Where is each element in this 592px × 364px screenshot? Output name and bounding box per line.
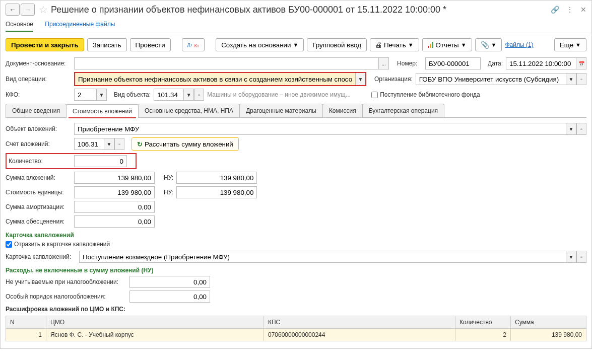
kfo-dropdown[interactable]: ▼	[97, 89, 107, 101]
paperclip-icon: 📎	[481, 41, 489, 49]
acct-input[interactable]	[74, 138, 104, 150]
obj-open[interactable]: ▫	[576, 123, 586, 135]
nu-input[interactable]	[176, 172, 257, 184]
close-icon[interactable]: ✕	[580, 6, 586, 14]
post-close-button[interactable]: Провести и закрыть	[6, 38, 84, 51]
col-cmo[interactable]: ЦМО	[46, 316, 264, 329]
link-icon[interactable]: 🔗	[551, 6, 559, 14]
org-open[interactable]: ▫	[576, 73, 586, 85]
date-label: Дата:	[488, 60, 503, 67]
tab-general[interactable]: Общие сведения	[6, 104, 67, 117]
card-open[interactable]: ▫	[576, 251, 586, 263]
create-based-button[interactable]: Создать на основании ▼	[216, 38, 304, 51]
sum-input[interactable]	[74, 172, 155, 184]
unit-cost-label: Стоимость единицы:	[6, 189, 71, 196]
date-picker-button[interactable]: 📅	[576, 57, 586, 69]
tab-commission[interactable]: Комиссия	[322, 104, 363, 117]
obj-dropdown[interactable]: ▼	[566, 123, 576, 135]
doc-basis-input[interactable]	[74, 57, 379, 69]
kebab-icon[interactable]: ⋮	[566, 6, 573, 14]
op-type-input[interactable]	[75, 73, 355, 85]
refresh-icon: ↻	[137, 140, 143, 148]
number-input[interactable]	[425, 57, 481, 69]
tab-accounting[interactable]: Бухгалтерская операция	[362, 104, 444, 117]
col-n[interactable]: N	[6, 316, 46, 329]
tab-precious[interactable]: Драгоценные материалы	[239, 104, 323, 117]
post-button[interactable]: Провести	[130, 38, 171, 51]
dt-kt-button[interactable]: ДтКт	[182, 38, 205, 51]
chart-icon	[428, 42, 434, 48]
tax-excl-input[interactable]	[129, 276, 210, 288]
forward-button[interactable]: →	[21, 4, 35, 16]
col-qty[interactable]: Количество	[455, 316, 511, 329]
card-label: Карточка капвложений:	[6, 253, 76, 260]
op-type-label: Вид операции:	[6, 76, 71, 83]
special-tax-label: Особый порядок налогообложения:	[6, 293, 126, 300]
favorite-icon[interactable]: ☆	[39, 4, 48, 16]
obj-type-input[interactable]	[154, 89, 184, 101]
more-button[interactable]: Еще ▼	[554, 38, 586, 51]
reflect-card-checkbox[interactable]: Отразить в карточке капвложений	[6, 241, 586, 248]
tax-excl-label: Не учитываемые при налогообложении:	[6, 278, 126, 285]
breakdown-table: N ЦМО КПС Количество Сумма 1 Яснов Ф. С.…	[6, 316, 586, 341]
recalc-button[interactable]: ↻ Рассчитать сумму вложений	[131, 137, 239, 151]
card-input[interactable]	[79, 251, 566, 263]
obj-label: Объект вложений:	[6, 125, 71, 132]
number-label: Номер:	[397, 60, 422, 67]
acct-label: Счет вложений:	[6, 140, 71, 148]
qty-input[interactable]	[74, 155, 127, 167]
obj-input[interactable]	[74, 123, 566, 135]
org-label: Организация:	[374, 76, 413, 83]
breakdown-title: Расшифровка вложений по ЦМО и КПС:	[6, 306, 586, 313]
card-dropdown[interactable]: ▼	[566, 251, 576, 263]
printer-icon	[375, 41, 382, 49]
impair-label: Сумма обесценения:	[6, 218, 71, 225]
obj-type-label: Вид объекта:	[114, 91, 151, 98]
obj-type-open[interactable]: ▫	[194, 89, 204, 101]
obj-type-dropdown[interactable]: ▼	[184, 89, 194, 101]
sum-label: Сумма вложений:	[6, 174, 71, 181]
op-type-dropdown[interactable]: ▼	[355, 73, 365, 85]
page-title: Решение о признании объектов нефинансовы…	[51, 5, 551, 15]
amort-label: Сумма амортизации:	[6, 203, 71, 210]
kfo-input[interactable]	[74, 89, 97, 101]
lib-fund-checkbox[interactable]: Поступление библиотечного фонда	[371, 91, 480, 98]
save-button[interactable]: Записать	[87, 38, 127, 51]
obj-type-desc: Машины и оборудование – иное движимое им…	[207, 91, 368, 98]
expenses-section-title: Расходы, не включенные в сумму вложений …	[6, 267, 586, 274]
nu2-input[interactable]	[176, 186, 257, 198]
org-input[interactable]	[416, 73, 566, 85]
card-section-title: Карточка капвложений	[6, 232, 586, 239]
doc-basis-select[interactable]: ...	[379, 57, 389, 69]
group-input-button[interactable]: Групповой ввод	[307, 38, 367, 51]
tab-cost[interactable]: Стоимость вложений	[66, 104, 139, 118]
org-dropdown[interactable]: ▼	[566, 73, 576, 85]
acct-dropdown[interactable]: ▼	[104, 138, 114, 150]
files-link[interactable]: Файлы (1)	[505, 41, 533, 48]
table-row[interactable]: 1 Яснов Ф. С. - Учебный корпус 070600000…	[6, 329, 586, 341]
section-attached[interactable]: Присоединенные файлы	[45, 21, 115, 28]
nu-label: НУ:	[164, 174, 173, 181]
acct-open[interactable]: ▫	[114, 138, 124, 150]
unit-cost-input[interactable]	[74, 186, 155, 198]
tab-assets[interactable]: Основные средства, НМА, НПА	[138, 104, 240, 117]
print-button[interactable]: Печать ▼	[370, 38, 419, 51]
qty-label: Количество:	[9, 158, 71, 165]
amort-input[interactable]	[74, 201, 155, 213]
impair-input[interactable]	[74, 215, 155, 228]
date-input[interactable]	[506, 57, 576, 69]
attach-button[interactable]: 📎 ▼	[475, 38, 502, 51]
col-sum[interactable]: Сумма	[511, 316, 586, 329]
back-button[interactable]: ←	[6, 4, 20, 16]
special-tax-input[interactable]	[129, 290, 210, 303]
doc-basis-label: Документ-основание:	[6, 60, 71, 67]
col-kps[interactable]: КПС	[264, 316, 455, 329]
section-main[interactable]: Основное	[6, 21, 33, 32]
reports-button[interactable]: Отчеты ▼	[422, 38, 472, 51]
kfo-label: КФО:	[6, 91, 71, 98]
nu2-label: НУ:	[164, 189, 173, 196]
